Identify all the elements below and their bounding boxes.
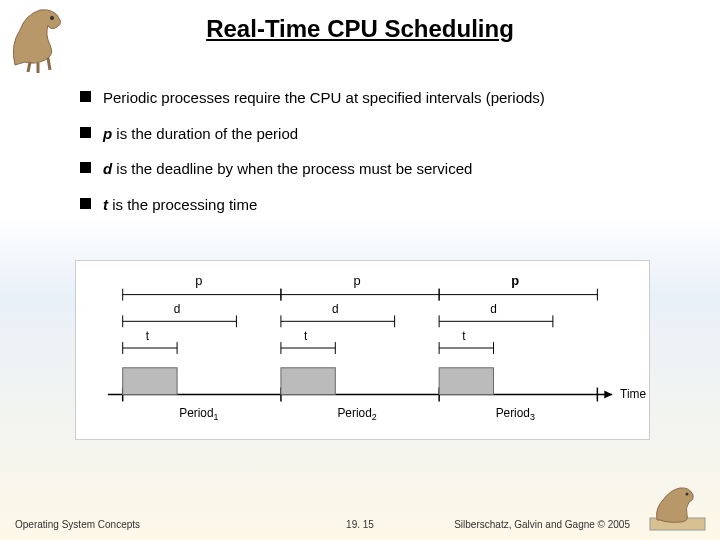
svg-marker-2 [604, 391, 612, 399]
bullet-marker [80, 91, 91, 102]
footer-page-number: 19. 15 [346, 519, 374, 530]
bullet-marker [80, 198, 91, 209]
period-label: Period2 [337, 406, 376, 422]
footer-copyright: Silberschatz, Galvin and Gagne © 2005 [454, 519, 630, 530]
d-label: d [490, 302, 497, 316]
d-label: d [332, 302, 339, 316]
svg-point-0 [50, 16, 54, 20]
timing-diagram: Time p p p [75, 260, 650, 440]
dinosaur-logo-top [0, 0, 90, 75]
bullet-marker [80, 127, 91, 138]
bullet-item: d is the deadline by when the process mu… [80, 159, 660, 179]
svg-rect-8 [281, 368, 335, 395]
t-label: t [304, 329, 308, 343]
d-label: d [174, 302, 181, 316]
bullet-item: Periodic processes require the CPU at sp… [80, 88, 660, 108]
period-label: Period1 [179, 406, 218, 422]
bullet-list: Periodic processes require the CPU at sp… [80, 88, 660, 214]
bullet-item: t is the processing time [80, 195, 660, 215]
t-label: t [146, 329, 150, 343]
bullet-text: t is the processing time [103, 195, 257, 215]
bullet-item: p is the duration of the period [80, 124, 660, 144]
bullet-marker [80, 162, 91, 173]
period-label: Period3 [496, 406, 535, 422]
svg-point-38 [686, 493, 689, 496]
svg-rect-7 [123, 368, 177, 395]
p-label: p [195, 273, 202, 288]
slide-title: Real-Time CPU Scheduling [0, 0, 720, 43]
p-label: p [353, 273, 360, 288]
bullet-text: d is the deadline by when the process mu… [103, 159, 472, 179]
bullet-text: p is the duration of the period [103, 124, 298, 144]
time-axis-label: Time [620, 387, 646, 401]
t-label: t [462, 329, 466, 343]
bullet-text: Periodic processes require the CPU at sp… [103, 88, 545, 108]
svg-rect-9 [439, 368, 493, 395]
footer-left: Operating System Concepts [15, 519, 140, 530]
p-label: p [511, 273, 519, 288]
dinosaur-logo-bottom [645, 480, 715, 535]
